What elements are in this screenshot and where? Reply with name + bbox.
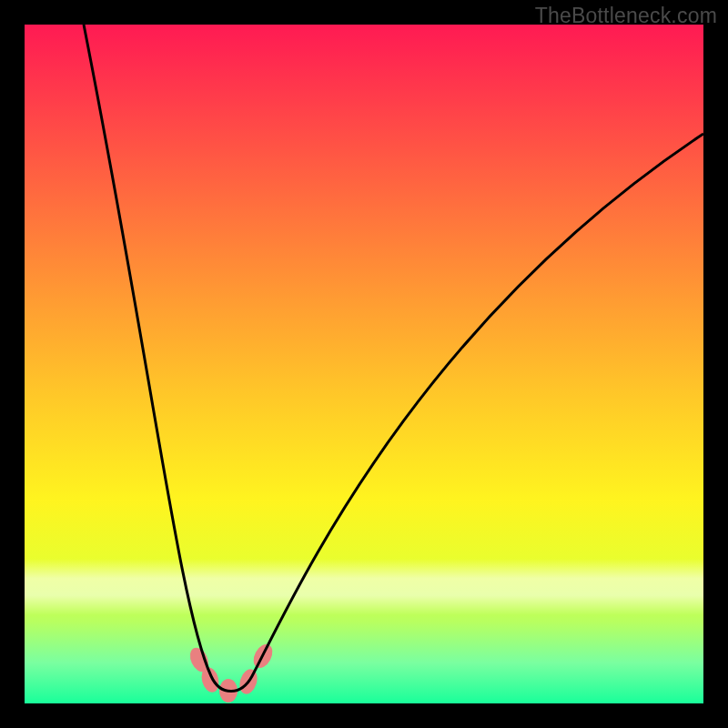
watermark-text: TheBottleneck.com [535, 4, 717, 28]
chart-plot-area [25, 25, 703, 703]
